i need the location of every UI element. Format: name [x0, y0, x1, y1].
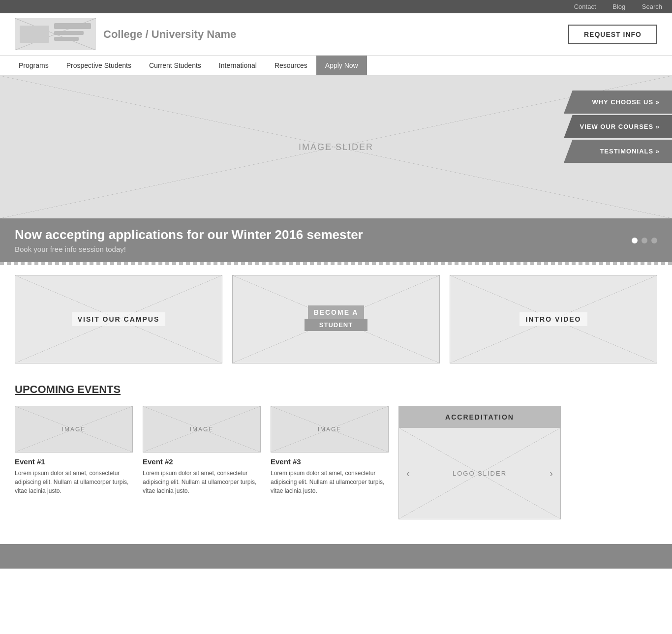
become-label: BECOME A [308, 305, 365, 319]
event-desc-1: Lorem ipsum dolor sit amet, consectetur … [15, 469, 133, 495]
banner-subtext: Book your free info session today! [15, 245, 363, 253]
event-card-2: IMAGE Event #2 Lorem ipsum dolor sit ame… [143, 406, 261, 519]
search-link[interactable]: Search [642, 3, 662, 10]
intro-video-block[interactable]: INTRO VIDEO [450, 275, 657, 363]
nav-programs[interactable]: Programs [10, 56, 58, 75]
banner-dots [632, 238, 657, 243]
logo-area: College / University Name [15, 18, 236, 50]
feature-blocks: VISIT OUR CAMPUS BECOME A STUDENT INTRO … [0, 265, 672, 373]
main-nav: Programs Prospective Students Current St… [0, 56, 672, 76]
upcoming-section: UPCOMING EVENTS IMAGE Event #1 Lorem ips… [0, 373, 672, 529]
event-image-label-3: IMAGE [271, 406, 388, 452]
upcoming-title: UPCOMING EVENTS [15, 383, 657, 396]
dot-3[interactable] [651, 238, 657, 243]
svg-rect-6 [54, 37, 79, 41]
event-image-label-1: IMAGE [15, 406, 132, 452]
become-sublabel: STUDENT [305, 319, 367, 331]
events-row: IMAGE Event #1 Lorem ipsum dolor sit ame… [15, 406, 657, 519]
blog-link[interactable]: Blog [612, 3, 625, 10]
logo [15, 18, 96, 50]
contact-link[interactable]: Contact [574, 3, 596, 10]
footer-strip [0, 544, 672, 569]
event-title-1: Event #1 [15, 457, 133, 466]
nav-current[interactable]: Current Students [140, 56, 210, 75]
nav-prospective[interactable]: Prospective Students [58, 56, 140, 75]
svg-rect-4 [54, 23, 91, 29]
event-card-3: IMAGE Event #3 Lorem ipsum dolor sit ame… [271, 406, 389, 519]
view-courses-button[interactable]: VIEW OUR COURSES » [564, 115, 672, 138]
svg-rect-3 [20, 26, 49, 43]
hero-slider: IMAGE SLIDER WHY CHOOSE US » VIEW OUR CO… [0, 76, 672, 218]
hero-side-buttons: WHY CHOOSE US » VIEW OUR COURSES » TESTI… [564, 91, 672, 164]
dot-2[interactable] [641, 238, 647, 243]
event-desc-2: Lorem ipsum dolor sit amet, consectetur … [143, 469, 261, 495]
nav-resources[interactable]: Resources [266, 56, 316, 75]
event-desc-3: Lorem ipsum dolor sit amet, consectetur … [271, 469, 389, 495]
svg-rect-5 [54, 31, 84, 35]
event-card-1: IMAGE Event #1 Lorem ipsum dolor sit ame… [15, 406, 133, 519]
event-title-3: Event #3 [271, 457, 389, 466]
logo-slider-prev[interactable]: ‹ [401, 463, 415, 484]
event-image-1: IMAGE [15, 406, 133, 453]
banner-heading: Now accepting applications for our Winte… [15, 227, 363, 242]
visit-campus-block[interactable]: VISIT OUR CAMPUS [15, 275, 222, 363]
intro-video-label: INTRO VIDEO [519, 312, 587, 326]
banner-text: Now accepting applications for our Winte… [15, 227, 363, 253]
top-bar: Contact Blog Search [0, 0, 672, 13]
logo-slider-area: ‹ LOGO SLIDER › [399, 428, 560, 519]
header: College / University Name REQUEST INFO [0, 13, 672, 56]
event-image-2: IMAGE [143, 406, 261, 453]
nav-apply[interactable]: Apply Now [316, 56, 367, 75]
event-image-label-2: IMAGE [143, 406, 260, 452]
logo-slider-next[interactable]: › [545, 463, 558, 484]
become-student-block[interactable]: BECOME A STUDENT [232, 275, 440, 363]
banner-strip: Now accepting applications for our Winte… [0, 218, 672, 262]
visit-campus-label: VISIT OUR CAMPUS [72, 312, 166, 326]
site-title: College / University Name [103, 28, 236, 41]
accreditation-block: ACCREDITATION ‹ LOGO SLIDER › [398, 406, 561, 519]
logo-slider-label: LOGO SLIDER [453, 470, 507, 477]
nav-international[interactable]: International [210, 56, 266, 75]
request-info-button[interactable]: REQUEST INFO [568, 25, 657, 44]
testimonials-button[interactable]: TESTIMONIALS » [564, 140, 672, 163]
event-image-3: IMAGE [271, 406, 389, 453]
dot-1[interactable] [632, 238, 638, 243]
why-choose-us-button[interactable]: WHY CHOOSE US » [564, 91, 672, 114]
event-title-2: Event #2 [143, 457, 261, 466]
accreditation-header: ACCREDITATION [399, 406, 560, 428]
